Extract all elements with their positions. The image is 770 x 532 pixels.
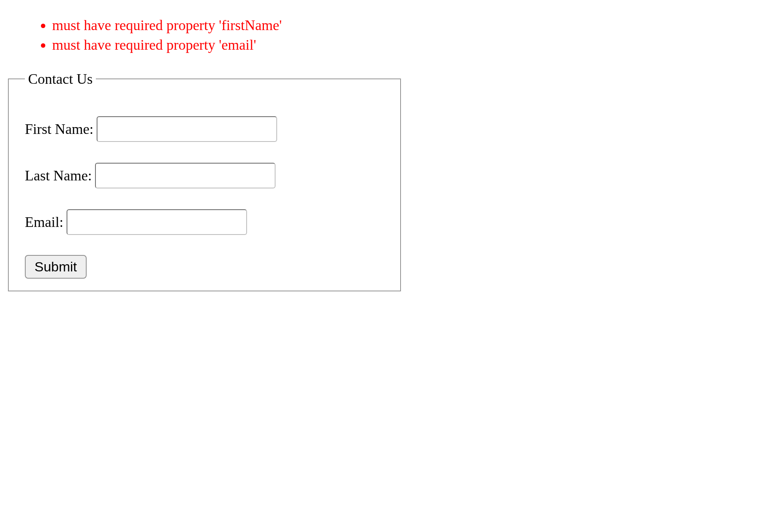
last-name-label: Last Name:: [25, 167, 92, 184]
validation-error-list: must have required property 'firstName' …: [8, 16, 401, 55]
email-row: Email:: [25, 209, 384, 235]
validation-error-item: must have required property 'email': [52, 36, 401, 55]
first-name-label: First Name:: [25, 121, 93, 138]
first-name-input[interactable]: [97, 116, 277, 142]
first-name-row: First Name:: [25, 116, 384, 142]
submit-button[interactable]: Submit: [25, 255, 87, 279]
last-name-row: Last Name:: [25, 163, 384, 188]
submit-row: Submit: [25, 255, 384, 279]
last-name-input[interactable]: [95, 163, 276, 188]
email-label: Email:: [25, 214, 63, 231]
email-input[interactable]: [67, 209, 247, 235]
validation-error-item: must have required property 'firstName': [52, 16, 401, 35]
page-container: must have required property 'firstName' …: [8, 16, 401, 291]
contact-fieldset: Contact Us First Name: Last Name: Email:…: [8, 71, 401, 291]
fieldset-legend: Contact Us: [25, 71, 96, 87]
contact-form: Contact Us First Name: Last Name: Email:…: [8, 71, 401, 291]
